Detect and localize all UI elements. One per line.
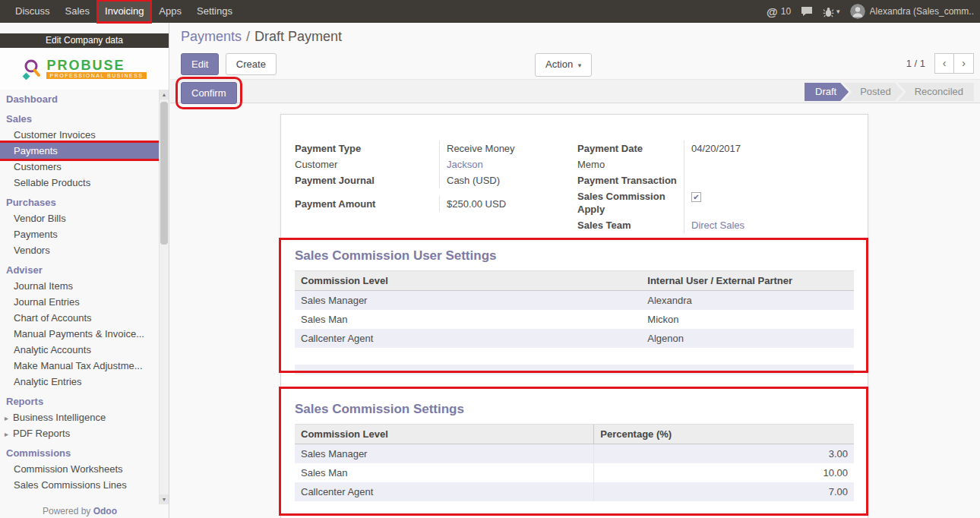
mention-counter[interactable]: @ 10	[767, 5, 791, 18]
sidebar-section-purchases[interactable]: Purchases	[0, 194, 159, 210]
sidebar-item-make-manual-tax-adjustme[interactable]: Make Manual Tax Adjustme...	[0, 358, 159, 374]
topnav-menu: DiscussSalesInvoicingAppsSettings	[8, 0, 240, 23]
table-cell: 10.00	[594, 463, 854, 482]
sidebar-item-journal-items[interactable]: Journal Items	[0, 278, 159, 294]
table-cell: 7.00	[594, 482, 854, 501]
sidebar-scrollbar[interactable]: ▲ ▼	[159, 90, 169, 504]
menu-label: PDF Reports	[13, 428, 70, 439]
edit-company-button[interactable]: Edit Company data	[0, 33, 169, 48]
field-value: Jackson	[439, 156, 565, 172]
sidebar-menu: DashboardSalesCustomer InvoicesPaymentsC…	[0, 90, 159, 500]
column-header[interactable]: Internal User / External Partner	[641, 271, 854, 291]
field-sales-team: Sales TeamDirect Sales	[577, 217, 854, 233]
menu-label: Sellable Products	[14, 177, 90, 188]
table-cell: Algenon	[641, 329, 854, 348]
column-header[interactable]: Commission Level	[295, 425, 594, 444]
confirm-button[interactable]: Confirm	[181, 82, 237, 104]
chat-icon	[801, 6, 813, 17]
topnav-item-invoicing[interactable]: Invoicing	[97, 0, 151, 23]
form-left-column: Payment TypeReceive MoneyCustomerJackson…	[295, 141, 577, 233]
action-dropdown[interactable]: Action ▾	[535, 53, 592, 77]
topnav-item-discuss[interactable]: Discuss	[8, 0, 58, 23]
sidebar-item-chart-of-accounts[interactable]: Chart of Accounts	[0, 310, 159, 326]
sidebar-item-journal-entries[interactable]: Journal Entries	[0, 294, 159, 310]
menu-label: Customers	[14, 161, 62, 172]
scrollbar-thumb[interactable]	[160, 102, 168, 245]
section-title: Sales Commission Settings	[295, 402, 854, 417]
table-cell: Alexandra	[641, 291, 854, 311]
sidebar-section-configuration[interactable]: Configuration	[0, 497, 159, 500]
systray: @ 10 ▾	[767, 4, 980, 19]
status-draft[interactable]: Draft	[805, 83, 849, 101]
payment-form: Payment TypeReceive MoneyCustomerJackson…	[281, 115, 868, 233]
sales-commission-apply-checkbox[interactable]: ✔	[691, 192, 701, 202]
sidebar-item-sales-commissions-lines[interactable]: Sales Commissions Lines	[0, 477, 159, 493]
debug-menu-button[interactable]: ▾	[823, 6, 840, 17]
table-row[interactable]: Sales ManagerAlexandra	[295, 291, 854, 311]
menu-label: Payments	[14, 145, 58, 156]
field-memo: Memo	[577, 156, 854, 172]
create-button[interactable]: Create	[226, 53, 277, 75]
breadcrumb-payments[interactable]: Payments	[181, 29, 242, 44]
sidebar-item-customer-invoices[interactable]: Customer Invoices	[0, 127, 159, 143]
sidebar-item-sellable-products[interactable]: Sellable Products	[0, 175, 159, 191]
table-row[interactable]: Sales ManMickon	[295, 310, 854, 329]
topnav-item-settings[interactable]: Settings	[189, 0, 240, 23]
sidebar-item-commission-worksheets[interactable]: Commission Worksheets	[0, 461, 159, 477]
sidebar-item-analytic-entries[interactable]: Analytic Entries	[0, 374, 159, 390]
sidebar-item-payments[interactable]: Payments	[0, 226, 159, 242]
menu-label: Business Intelligence	[13, 412, 106, 423]
sidebar-item-manual-payments-invoice[interactable]: Manual Payments & Invoice...	[0, 326, 159, 342]
logo-tagline: PROFESSIONAL BUSINESS	[46, 72, 146, 79]
sidebar-section-reports[interactable]: Reports	[0, 393, 159, 409]
column-header[interactable]: Percentage (%)	[594, 425, 854, 444]
menu-label: Reports	[6, 396, 43, 407]
menu-label: Customer Invoices	[14, 129, 96, 141]
company-logo: PROBUSE PROFESSIONAL BUSINESS	[0, 48, 169, 90]
chevron-down-icon: ▾	[578, 62, 582, 69]
topnav-item-sales[interactable]: Sales	[58, 0, 98, 23]
sidebar-section-dashboard[interactable]: Dashboard	[0, 91, 159, 107]
menu-label: Commissions	[6, 447, 71, 459]
sidebar-item-vendors[interactable]: Vendors	[0, 242, 159, 258]
field-payment-type: Payment TypeReceive Money	[295, 141, 565, 156]
sidebar-item-business-intelligence[interactable]: ▸Business Intelligence	[0, 409, 159, 425]
scroll-down-button[interactable]: ▼	[160, 494, 169, 504]
sidebar-section-sales[interactable]: Sales	[0, 111, 159, 127]
pager-previous-button[interactable]: ‹	[934, 53, 954, 74]
topnav-item-apps[interactable]: Apps	[151, 0, 189, 23]
menu-label: Vendors	[14, 245, 50, 256]
user-menu[interactable]: Alexandra (Sales_comm..	[850, 4, 974, 19]
table-body-0: Sales ManagerAlexandraSales ManMickonCal…	[295, 291, 854, 349]
scroll-up-button[interactable]: ▲	[160, 90, 169, 99]
sidebar-item-analytic-accounts[interactable]: Analytic Accounts	[0, 342, 159, 358]
menu-label: Dashboard	[6, 93, 58, 105]
field-label: Payment Type	[295, 141, 439, 156]
sales-team-link[interactable]: Direct Sales	[691, 220, 744, 231]
pager-next-button[interactable]: ›	[954, 53, 974, 74]
sidebar-item-payments[interactable]: Payments	[0, 143, 159, 159]
table-row[interactable]: Callcenter Agent7.00	[295, 482, 854, 501]
sidebar-section-adviser[interactable]: Adviser	[0, 262, 159, 278]
action-label: Action	[545, 58, 573, 70]
status-posted[interactable]: Posted	[843, 83, 903, 101]
sidebar-item-vendor-bills[interactable]: Vendor Bills	[0, 210, 159, 226]
menu-label: Make Manual Tax Adjustme...	[14, 360, 143, 371]
field-gap	[295, 188, 565, 196]
column-header[interactable]: Commission Level	[295, 271, 641, 291]
table-row[interactable]: Sales Manager3.00	[295, 444, 854, 464]
status-reconciled[interactable]: Reconciled	[898, 83, 974, 101]
messages-button[interactable]	[801, 6, 813, 17]
sidebar-item-pdf-reports[interactable]: ▸PDF Reports	[0, 425, 159, 441]
menu-label: Analytic Entries	[14, 376, 82, 387]
table-row[interactable]: Callcenter AgentAlgenon	[295, 329, 854, 348]
table-row[interactable]: Sales Man10.00	[295, 463, 854, 482]
customer-link[interactable]: Jackson	[447, 159, 483, 170]
edit-button[interactable]: Edit	[181, 53, 219, 75]
odoo-link[interactable]: Odoo	[93, 506, 117, 516]
commission-settings-table: Commission Level Percentage (%) Sales Ma…	[295, 424, 854, 501]
field-value: $250.00 USD	[439, 196, 565, 212]
field-value: Cash (USD)	[439, 172, 565, 188]
sidebar-section-commissions[interactable]: Commissions	[0, 445, 159, 461]
sidebar-item-customers[interactable]: Customers	[0, 159, 159, 175]
